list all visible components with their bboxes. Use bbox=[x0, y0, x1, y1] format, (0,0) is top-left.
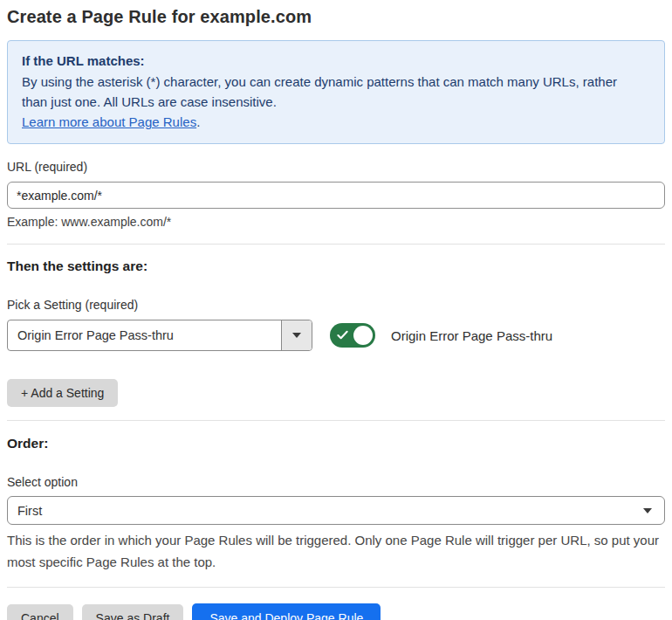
setting-row: Origin Error Page Pass-thru Origin Error… bbox=[7, 320, 665, 351]
chevron-down-icon bbox=[292, 333, 301, 338]
info-box-link-line: Learn more about Page Rules. bbox=[22, 112, 650, 132]
url-input[interactable] bbox=[7, 182, 665, 209]
settings-section-heading: Then the settings are: bbox=[7, 258, 665, 274]
footer-actions: Cancel Save as Draft Save and Deploy Pag… bbox=[7, 603, 665, 620]
setting-dropdown-value: Origin Error Page Pass-thru bbox=[8, 320, 281, 350]
info-box-heading: If the URL matches: bbox=[22, 51, 650, 71]
save-deploy-button[interactable]: Save and Deploy Page Rule bbox=[192, 603, 381, 620]
divider bbox=[7, 420, 665, 421]
url-field-label: URL (required) bbox=[7, 159, 665, 175]
pick-setting-label: Pick a Setting (required) bbox=[7, 297, 665, 313]
learn-more-link[interactable]: Learn more about Page Rules bbox=[22, 114, 196, 129]
setting-dropdown[interactable]: Origin Error Page Pass-thru bbox=[7, 320, 312, 351]
order-description: This is the order in which your Page Rul… bbox=[7, 529, 660, 573]
setting-toggle[interactable] bbox=[330, 323, 375, 348]
divider bbox=[7, 244, 665, 245]
info-box-body-text: By using the asterisk (*) character, you… bbox=[22, 74, 617, 109]
save-draft-button[interactable]: Save as Draft bbox=[82, 604, 184, 620]
link-period: . bbox=[196, 114, 200, 129]
add-setting-button[interactable]: + Add a Setting bbox=[7, 379, 118, 407]
order-select[interactable]: First bbox=[7, 496, 665, 525]
order-select-value: First bbox=[17, 504, 643, 518]
setting-toggle-label: Origin Error Page Pass-thru bbox=[391, 328, 552, 343]
toggle-knob bbox=[353, 326, 373, 345]
chevron-down-icon bbox=[643, 508, 652, 513]
order-section-heading: Order: bbox=[7, 436, 665, 451]
page-title: Create a Page Rule for example.com bbox=[7, 5, 665, 28]
check-icon bbox=[337, 329, 348, 341]
info-box-body: By using the asterisk (*) character, you… bbox=[22, 72, 633, 112]
cancel-button[interactable]: Cancel bbox=[7, 604, 73, 620]
order-select-label: Select option bbox=[7, 474, 665, 490]
divider bbox=[7, 587, 665, 588]
url-match-info-box: If the URL matches: By using the asteris… bbox=[7, 40, 665, 144]
url-example-text: Example: www.example.com/* bbox=[7, 214, 665, 231]
setting-dropdown-arrow-button[interactable] bbox=[281, 320, 312, 350]
